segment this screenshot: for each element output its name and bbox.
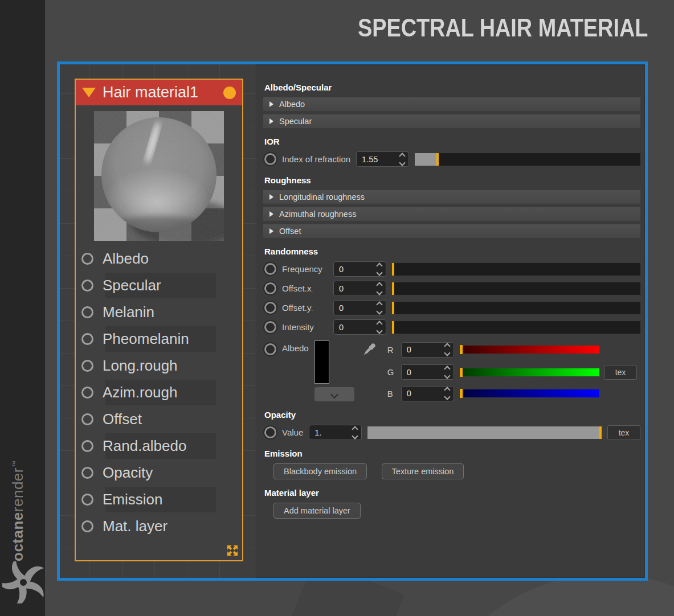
red-spinbox[interactable]: 0 (401, 342, 454, 358)
intensity-slider[interactable] (392, 321, 640, 334)
node-input-azim-rough[interactable]: Azim.rough (76, 379, 242, 406)
node-expand-icon[interactable] (226, 544, 239, 557)
spin-up-icon[interactable] (376, 262, 382, 269)
node-input-mat-layer[interactable]: Mat. layer (76, 513, 242, 540)
green-channel-slider[interactable] (460, 368, 599, 376)
node-output-dot-icon[interactable] (223, 87, 236, 99)
section-randomness: Randomness (264, 247, 640, 256)
input-socket-icon[interactable] (81, 440, 93, 452)
spin-buttons[interactable] (445, 367, 450, 378)
row-frequency: Frequency 0 (263, 261, 640, 277)
opacity-tex-button[interactable]: tex (607, 425, 640, 440)
intensity-spinbox[interactable]: 0 (333, 319, 386, 335)
node-title: Hair material1 (103, 84, 217, 101)
spin-up-icon[interactable] (352, 426, 358, 432)
spin-up-icon[interactable] (444, 387, 450, 393)
spin-down-icon[interactable] (444, 372, 450, 379)
node-input-melanin[interactable]: Melanin (76, 299, 242, 326)
spin-up-icon[interactable] (376, 301, 382, 307)
node-input-rand-albedo[interactable]: Rand.albedo (76, 433, 242, 459)
input-socket-icon[interactable] (81, 333, 93, 345)
opacity-spinbox[interactable]: 1. (309, 425, 362, 440)
spin-down-icon[interactable] (444, 394, 450, 400)
input-socket-icon[interactable] (81, 494, 93, 506)
section-ior: IOR (264, 137, 640, 146)
spin-buttons[interactable] (445, 344, 450, 355)
eyedropper-icon[interactable] (360, 340, 378, 359)
node-header[interactable]: Hair material1 (76, 80, 242, 105)
spin-buttons[interactable] (377, 322, 382, 333)
spin-down-icon[interactable] (376, 269, 382, 276)
spin-up-icon[interactable] (376, 282, 382, 288)
pin-socket-icon[interactable] (264, 302, 276, 314)
spin-down-icon[interactable] (376, 289, 382, 295)
spin-up-icon[interactable] (376, 321, 382, 327)
ior-slider[interactable] (415, 153, 640, 166)
spin-down-icon[interactable] (376, 327, 382, 334)
albedo-tex-button[interactable]: tex (604, 365, 637, 380)
pin-socket-icon[interactable] (264, 343, 276, 355)
pin-socket-icon[interactable] (264, 263, 276, 275)
spin-buttons[interactable] (377, 302, 382, 314)
pin-socket-icon[interactable] (264, 321, 276, 333)
offset-x-spinbox[interactable]: 0 (333, 281, 386, 296)
node-input-specular[interactable]: Specular (76, 272, 242, 299)
spin-up-icon[interactable] (444, 343, 450, 349)
frequency-spinbox[interactable]: 0 (333, 261, 386, 277)
node-input-long-rough[interactable]: Long.rough (76, 352, 242, 379)
spin-buttons[interactable] (377, 283, 382, 294)
input-socket-icon[interactable] (81, 387, 93, 399)
group-azimuthal-roughness[interactable]: Azimuthal roughness (263, 207, 640, 221)
blackbody-emission-button[interactable]: Blackbody emission (273, 463, 367, 479)
input-socket-icon[interactable] (81, 280, 93, 291)
group-longitudinal-roughness[interactable]: Longitudinal roughness (263, 190, 640, 204)
hair-material-node[interactable]: Hair material1 (75, 79, 243, 561)
brand-octane: octane (9, 512, 26, 561)
input-socket-icon[interactable] (81, 413, 93, 425)
input-socket-icon[interactable] (81, 520, 93, 532)
blue-channel-slider[interactable] (460, 389, 599, 397)
node-input-pheomelanin[interactable]: Pheomelanin (76, 326, 242, 352)
opacity-slider[interactable] (367, 426, 602, 439)
albedo-color-swatch[interactable] (314, 340, 329, 384)
node-collapse-triangle-icon[interactable] (82, 88, 96, 97)
input-socket-icon[interactable] (81, 360, 93, 372)
spin-buttons[interactable] (400, 154, 405, 165)
blue-spinbox[interactable]: 0 (401, 386, 454, 401)
spin-up-icon[interactable] (444, 366, 450, 372)
green-spinbox[interactable]: 0 (401, 364, 454, 380)
spin-down-icon[interactable] (352, 433, 358, 439)
color-options-dropdown[interactable] (314, 387, 354, 401)
add-material-layer-button[interactable]: Add material layer (273, 503, 361, 519)
spin-down-icon[interactable] (444, 350, 450, 356)
spin-buttons[interactable] (377, 264, 382, 275)
group-specular[interactable]: Specular (263, 114, 640, 128)
section-emission: Emission (264, 449, 640, 458)
pin-socket-icon[interactable] (264, 282, 276, 294)
input-socket-icon[interactable] (81, 306, 93, 318)
node-input-emission[interactable]: Emission (76, 486, 242, 513)
spin-up-icon[interactable] (399, 153, 405, 159)
spin-buttons[interactable] (353, 427, 357, 438)
offset-x-slider[interactable] (392, 282, 640, 295)
node-input-opacity[interactable]: Opacity (76, 459, 242, 486)
offset-y-slider[interactable] (392, 302, 640, 314)
ior-spinbox[interactable]: 1.55 (356, 151, 409, 167)
texture-emission-button[interactable]: Texture emission (382, 463, 464, 479)
input-socket-icon[interactable] (81, 253, 93, 265)
row-opacity-value: Value 1. tex (263, 425, 640, 440)
node-input-offset[interactable]: Offset (76, 406, 242, 433)
red-channel-slider[interactable] (460, 346, 599, 354)
spin-buttons[interactable] (445, 388, 450, 399)
group-offset[interactable]: Offset (263, 224, 640, 238)
spin-down-icon[interactable] (376, 308, 382, 314)
pin-socket-icon[interactable] (264, 153, 276, 165)
pin-socket-icon[interactable] (264, 426, 276, 438)
spin-down-icon[interactable] (399, 159, 405, 166)
node-graph-canvas[interactable]: Hair material1 (60, 64, 256, 578)
node-input-albedo[interactable]: Albedo (76, 245, 242, 272)
offset-y-spinbox[interactable]: 0 (333, 300, 386, 315)
group-albedo[interactable]: Albedo (263, 97, 640, 111)
frequency-slider[interactable] (392, 263, 640, 276)
input-socket-icon[interactable] (81, 467, 93, 479)
